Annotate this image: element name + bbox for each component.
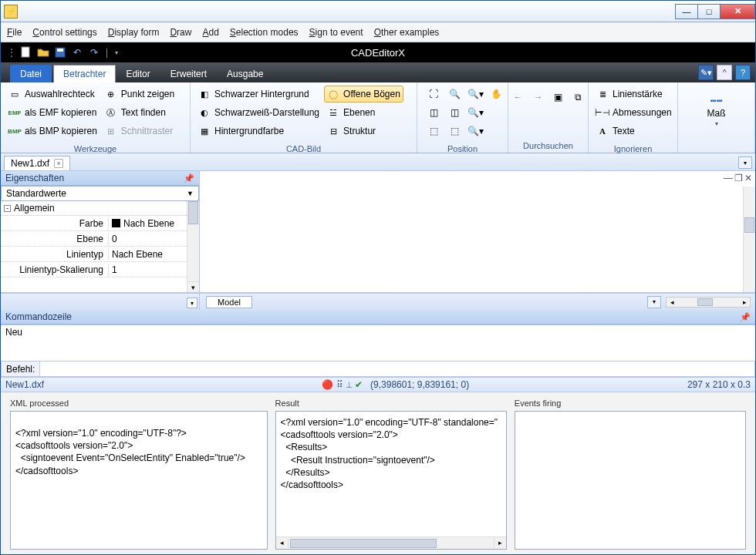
- tool-texts[interactable]: ATexte: [593, 123, 675, 140]
- status-icon-1[interactable]: 🔴: [322, 379, 333, 390]
- file-tab[interactable]: New1.dxf ×: [4, 156, 70, 170]
- ribbon-tab-editor[interactable]: Editor: [116, 65, 160, 82]
- menu-add[interactable]: Add: [202, 27, 218, 38]
- nav-back-icon[interactable]: ←: [510, 89, 527, 106]
- status-coords: (9,398601; 9,839161; 0): [370, 379, 469, 390]
- canvas-min-icon[interactable]: —: [724, 173, 733, 183]
- property-section[interactable]: -Allgemein: [1, 201, 187, 216]
- pin-icon[interactable]: 📌: [740, 312, 751, 322]
- emf-icon: EMF: [8, 106, 21, 119]
- zoom-in-icon[interactable]: 🔍: [446, 86, 463, 103]
- view3-icon[interactable]: ⬚: [425, 123, 442, 140]
- ribbon-tab-erweitert[interactable]: Erweitert: [160, 65, 217, 82]
- menu-control-settings[interactable]: Control settings: [32, 27, 96, 38]
- menu-draw[interactable]: Draw: [170, 27, 191, 38]
- svg-rect-2: [57, 49, 63, 52]
- tool-copy-bmp[interactable]: BMPals BMP kopieren: [5, 123, 100, 140]
- minimize-ribbon-icon[interactable]: ^: [717, 65, 732, 80]
- document-tabs: New1.dxf × ▾: [1, 153, 755, 171]
- drawing-canvas[interactable]: — ❐ ✕: [200, 171, 755, 292]
- nav-copy-icon[interactable]: ⧉: [570, 89, 587, 106]
- status-icon-2[interactable]: ⠿: [336, 379, 343, 390]
- zoom-reset-icon[interactable]: 🔍▾: [467, 123, 484, 140]
- ribbon: ▭Auswahlrechteck EMFals EMF kopieren BMP…: [1, 82, 755, 153]
- tool-selection-rect[interactable]: ▭Auswahlrechteck: [5, 86, 100, 103]
- model-tab[interactable]: Model: [206, 296, 252, 308]
- measure-button[interactable]: ┅┅ Maß ▾: [700, 86, 734, 136]
- tabs-dropdown-icon[interactable]: ▾: [738, 156, 752, 169]
- menu-other-examples[interactable]: Other examples: [374, 27, 440, 38]
- help-icon[interactable]: ?: [735, 65, 751, 80]
- save-icon[interactable]: [53, 45, 67, 59]
- tool-bg-color[interactable]: ▦Hintergrundfarbe: [195, 123, 322, 140]
- tool-open-arcs[interactable]: ◯Offene Bögen: [324, 86, 403, 103]
- app-title: CADEditorX: [351, 47, 405, 59]
- style-icon[interactable]: ✎▾: [698, 65, 714, 80]
- commandline-header: Kommandozeile 📌: [1, 310, 755, 325]
- minimize-button[interactable]: —: [675, 4, 698, 19]
- property-row[interactable]: LinientypNach Ebene: [1, 247, 187, 262]
- qat-dropdown-icon[interactable]: ▾: [110, 45, 123, 59]
- xml-processed-box[interactable]: <?xml version="1.0" encoding="UTF-8"?> <…: [10, 411, 268, 550]
- menu-selection-modes[interactable]: Selection modes: [230, 27, 299, 38]
- tool-structure[interactable]: ⊟Struktur: [324, 123, 403, 140]
- fit-icon[interactable]: ⛶: [425, 86, 442, 103]
- menu-display-form[interactable]: Display form: [108, 27, 160, 38]
- tool-bw[interactable]: ◐Schwarzweiß-Darstellung: [195, 104, 322, 121]
- status-icon-3[interactable]: ⟂: [346, 379, 352, 390]
- nav-export-icon[interactable]: ▣: [550, 89, 567, 106]
- property-row[interactable]: Ebene0: [1, 231, 187, 247]
- properties-type-dropdown[interactable]: Standardwerte▼: [1, 186, 199, 201]
- view4-icon[interactable]: ⬚: [446, 123, 463, 140]
- menu-sign-to-event[interactable]: Sign to event: [309, 27, 363, 38]
- status-icon-4[interactable]: ✔: [355, 379, 363, 390]
- canvas-close-icon[interactable]: ✕: [744, 173, 752, 183]
- new-icon[interactable]: [19, 45, 33, 59]
- tool-black-bg[interactable]: ◧Schwarzer Hintergrund: [195, 86, 322, 103]
- pan-icon[interactable]: ✋: [488, 86, 505, 103]
- view2-icon[interactable]: ◫: [446, 104, 463, 121]
- bmp-icon: BMP: [8, 125, 21, 137]
- zoom-out-icon[interactable]: 🔍▾: [467, 104, 484, 121]
- tool-show-point[interactable]: ⊕Punkt zeigen: [102, 86, 177, 103]
- structure-icon: ⊟: [327, 125, 339, 137]
- result-scrollbar[interactable]: ◂▸: [276, 536, 506, 549]
- zoom-menu-icon[interactable]: 🔍▾: [467, 86, 484, 103]
- pin-icon[interactable]: 📌: [184, 173, 194, 183]
- ruler-icon: ┅┅: [710, 96, 723, 106]
- canvas-scrollbar[interactable]: [743, 187, 755, 292]
- tool-dimensions[interactable]: ⊢⊣Abmessungen: [593, 104, 675, 121]
- events-box[interactable]: [515, 411, 746, 550]
- menu-file[interactable]: File: [7, 27, 22, 38]
- redo-icon[interactable]: ↷: [87, 45, 101, 59]
- close-file-icon[interactable]: ×: [54, 159, 63, 168]
- layout-scrollbar[interactable]: ◂▸: [666, 297, 751, 308]
- layout-dropdown-icon[interactable]: ▾: [647, 296, 661, 308]
- open-icon[interactable]: [36, 45, 50, 59]
- undo-icon[interactable]: ↶: [70, 45, 84, 59]
- tool-copy-emf[interactable]: EMFals EMF kopieren: [5, 104, 100, 121]
- view1-icon[interactable]: ◫: [425, 104, 442, 121]
- events-label: Events firing: [515, 399, 746, 408]
- property-row[interactable]: Linientyp-Skalierung1: [1, 262, 187, 278]
- commandline-input[interactable]: [40, 362, 754, 376]
- tool-snap-grid[interactable]: ⊞Schnittraster: [102, 123, 177, 140]
- tool-layers[interactable]: ☱Ebenen: [324, 104, 403, 121]
- ribbon-tabs: Datei Betrachter Editor Erweitert Ausgab…: [1, 62, 755, 82]
- ribbon-tab-betrachter[interactable]: Betrachter: [53, 65, 116, 82]
- ribbon-tab-ausgabe[interactable]: Ausgabe: [217, 65, 273, 82]
- selection-rect-icon: ▭: [8, 88, 21, 100]
- tool-find-text[interactable]: ⒶText finden: [102, 104, 177, 121]
- result-box[interactable]: <?xml version="1.0" encoding="UTF-8" sta…: [275, 411, 507, 550]
- property-row[interactable]: FarbeNach Ebene: [1, 216, 187, 231]
- grid-icon: ⊞: [105, 125, 117, 137]
- nav-fwd-icon[interactable]: →: [530, 89, 547, 106]
- properties-scrollbar[interactable]: ▾: [187, 201, 199, 292]
- close-button[interactable]: ✕: [720, 4, 755, 19]
- props-dropdown-icon[interactable]: ▾: [187, 298, 197, 308]
- tool-line-weight[interactable]: ≣Linienstärke: [593, 86, 675, 103]
- ribbon-tab-file[interactable]: Datei: [10, 65, 52, 82]
- status-bar: New1.dxf 🔴 ⠿ ⟂ ✔ (9,398601; 9,839161; 0)…: [1, 377, 755, 392]
- maximize-button[interactable]: □: [697, 4, 721, 19]
- canvas-restore-icon[interactable]: ❐: [734, 173, 743, 183]
